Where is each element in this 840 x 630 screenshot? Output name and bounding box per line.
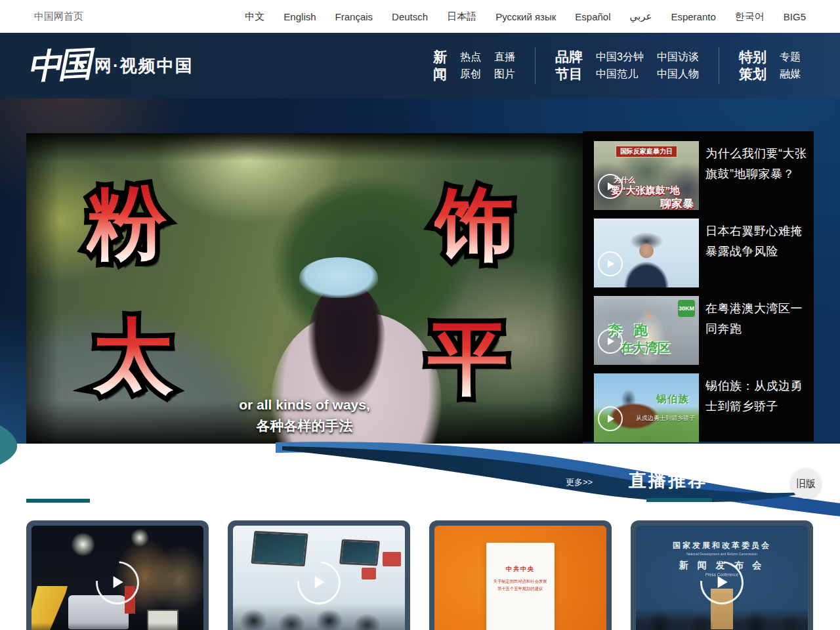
nav-col-hot-original: 热点 原创 (460, 49, 481, 83)
play-icon (598, 329, 623, 354)
rail-item-2[interactable]: 日本右翼野心难掩 暴露战争风险 (594, 219, 814, 287)
home-link[interactable]: 中国网首页 (34, 10, 83, 23)
lang-zh[interactable]: 中文 (245, 10, 264, 23)
nav-media[interactable]: 融媒 (780, 66, 801, 83)
nav-brand-programs[interactable]: 品牌 节目 (555, 49, 583, 83)
nav-group-news: 新 闻 热点 原创 直播 图片 (433, 49, 515, 83)
section-underline-right (646, 498, 712, 502)
hero-char-ping: 平平 (428, 318, 508, 398)
lang-ar[interactable]: عربي (630, 10, 652, 22)
thumb-banner: 国际反家庭暴力日 (616, 146, 677, 158)
logo-calligraphy: 中国 (26, 41, 89, 91)
nav-original[interactable]: 原创 (460, 66, 481, 83)
page: 中国网首页 中文 English Français Deutsch 日本語 Ру… (0, 0, 840, 630)
section-underline-left (26, 499, 90, 503)
sign-shape (383, 552, 401, 566)
nav-hot[interactable]: 热点 (460, 49, 481, 66)
language-links: 中文 English Français Deutsch 日本語 Русский … (245, 10, 806, 23)
lang-ru[interactable]: Русский язык (495, 11, 556, 22)
hero-subtitle-zh: 各种各样的手法 (26, 415, 583, 436)
live-card-4[interactable]: 国家发展和改革委员会 National Development and Refo… (631, 520, 813, 630)
hero-subtitle: or all kinds of ways, 各种各样的手法 (26, 394, 583, 436)
audience-silhouette (636, 603, 808, 630)
lang-fr[interactable]: Français (335, 11, 373, 22)
hero-figure-hair (307, 282, 386, 407)
card-thumb-policy-document: 中共中央 关于制定国民经济和社会发展 第十五个五年规划的建议 (434, 526, 606, 630)
rail-thumb-2 (594, 219, 699, 287)
nav-topics[interactable]: 专题 (780, 49, 801, 66)
hero-figure-cap (299, 257, 378, 298)
site-logo[interactable]: 中国 网·视频中国 (28, 43, 194, 89)
nav-divider (535, 47, 536, 84)
nav-china-talk[interactable]: 中国访谈 (657, 49, 699, 66)
live-card-3[interactable]: 中共中央 关于制定国民经济和社会发展 第十五个五年规划的建议 (429, 520, 612, 630)
lang-ja[interactable]: 日本語 (447, 10, 476, 23)
nav-china-people[interactable]: 中国人物 (657, 66, 699, 83)
lang-de[interactable]: Deutsch (392, 11, 428, 22)
hero-char-tai: 太太 (93, 316, 173, 396)
language-bar: 中国网首页 中文 English Français Deutsch 日本語 Ру… (0, 0, 840, 33)
site-header: 中国 网·视频中国 新 闻 热点 原创 直播 图片 (0, 33, 840, 98)
nav-news[interactable]: 新 闻 (433, 49, 447, 83)
rail-item-3[interactable]: 30KM 奔 跑 在大湾区 在粤港澳大湾区一同奔跑 (594, 296, 814, 365)
card-thumb-night-protest (32, 526, 203, 630)
screen-shape (251, 531, 308, 566)
live-cards-row: 中共中央 关于制定国民经济和社会发展 第十五个五年规划的建议 国家发展和改革委员… (26, 520, 813, 630)
document-cover: 中共中央 关于制定国民经济和社会发展 第十五个五年规划的建议 (486, 543, 555, 630)
nav-live[interactable]: 直播 (494, 49, 515, 66)
rail-thumb-3: 30KM 奔 跑 在大湾区 (594, 296, 699, 365)
hero-char-shi: 饰饰 (434, 184, 514, 264)
play-icon (598, 251, 623, 276)
live-section-title: 直播推荐 (629, 469, 707, 492)
sign-shape (362, 568, 376, 579)
nav-col-live-photo: 直播 图片 (494, 49, 515, 83)
video-rail: 国际反家庭暴力日 为什么 要“大张旗鼓”地 聊家暴 为什么我们要“大张旗鼓”地聊… (583, 131, 814, 442)
hero-char-fen: 粉粉 (87, 182, 167, 262)
rail-thumb-4: 锡伯族 从戍边勇士到箭乡骄子 (594, 373, 699, 442)
rail-item-1[interactable]: 国际反家庭暴力日 为什么 要“大张旗鼓”地 聊家暴 为什么我们要“大张旗鼓”地聊… (594, 141, 814, 210)
nav-divider (719, 47, 719, 84)
crowd-silhouette (233, 604, 405, 630)
live-card-2[interactable] (228, 520, 410, 630)
play-icon (598, 174, 623, 199)
hero-subtitle-en: or all kinds of ways, (26, 394, 583, 415)
rail-thumb-1: 国际反家庭暴力日 为什么 要“大张旗鼓”地 聊家暴 (594, 141, 699, 210)
nav-special-planning[interactable]: 特别 策划 (739, 49, 766, 83)
nav-china-3min[interactable]: 中国3分钟 (596, 49, 644, 66)
hero-video[interactable]: 粉粉 饰饰 太太 平平 or all kinds of ways, 各种各样的手… (26, 133, 583, 444)
nav-group-special: 特别 策划 专题 融媒 (739, 49, 801, 83)
lang-ko[interactable]: 한국어 (735, 10, 765, 23)
lang-eo[interactable]: Esperanto (671, 11, 715, 22)
thumb-badge: 30KM (678, 300, 695, 317)
more-link[interactable]: 更多>> (566, 476, 593, 488)
rail-title-1: 为什么我们要“大张旗鼓”地聊家暴？ (705, 141, 810, 210)
crowd-silhouette (32, 623, 203, 630)
main-nav: 新 闻 热点 原创 直播 图片 品牌 节目 中国3分钟 (433, 47, 801, 84)
rail-title-3: 在粤港澳大湾区一同奔跑 (705, 296, 810, 365)
card-thumb-waiting-hall (233, 526, 405, 630)
rail-title-4: 锡伯族：从戍边勇士到箭乡骄子 (705, 373, 810, 442)
lang-big5[interactable]: BIG5 (784, 11, 806, 22)
play-icon (598, 406, 623, 431)
lang-es[interactable]: Español (575, 11, 610, 22)
nav-col-programs-2: 中国访谈 中国人物 (657, 49, 699, 83)
lang-en[interactable]: English (284, 11, 316, 22)
nav-photo[interactable]: 图片 (494, 66, 515, 83)
live-card-1[interactable] (26, 520, 209, 630)
nav-group-programs: 品牌 节目 中国3分钟 中国范儿 中国访谈 中国人物 (555, 49, 699, 83)
nav-col-special: 专题 融媒 (780, 49, 801, 83)
screen-shape (339, 539, 380, 566)
rail-item-4[interactable]: 锡伯族 从戍边勇士到箭乡骄子 锡伯族：从戍边勇士到箭乡骄子 (594, 373, 814, 442)
nav-col-programs-1: 中国3分钟 中国范儿 (596, 49, 644, 83)
rail-title-2: 日本右翼野心难掩 暴露战争风险 (705, 219, 810, 287)
main-dark-zone: 粉粉 饰饰 太太 平平 or all kinds of ways, 各种各样的手… (0, 98, 840, 444)
logo-text: 网·视频中国 (94, 54, 194, 77)
old-version-button[interactable]: 旧版 (791, 469, 821, 499)
card-thumb-press-conference: 国家发展和改革委员会 National Development and Refo… (636, 526, 808, 630)
nav-china-fan[interactable]: 中国范儿 (596, 66, 644, 83)
